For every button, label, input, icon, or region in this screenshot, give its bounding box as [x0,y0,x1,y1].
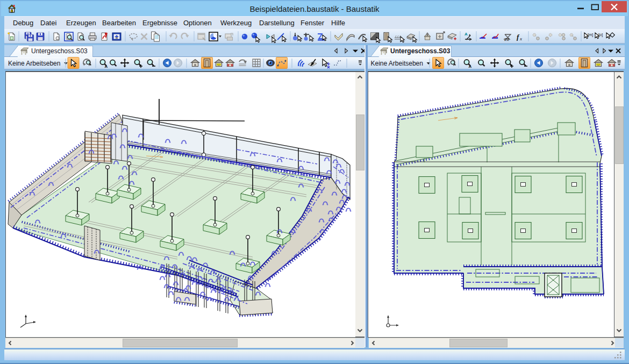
svg-text:Keine Arbeitseben: Keine Arbeitseben [8,60,60,67]
svg-text:A: A [105,64,108,69]
svg-text:A: A [464,32,468,37]
svg-text:A: A [469,64,472,69]
svg-text:[m]: [m] [588,32,593,37]
svg-text:[o]: [o] [598,32,603,37]
svg-text:Z2: Z2 [504,37,510,42]
svg-text:x: x [519,36,522,41]
svg-text:Keine Arbeitseben: Keine Arbeitseben [371,60,423,67]
